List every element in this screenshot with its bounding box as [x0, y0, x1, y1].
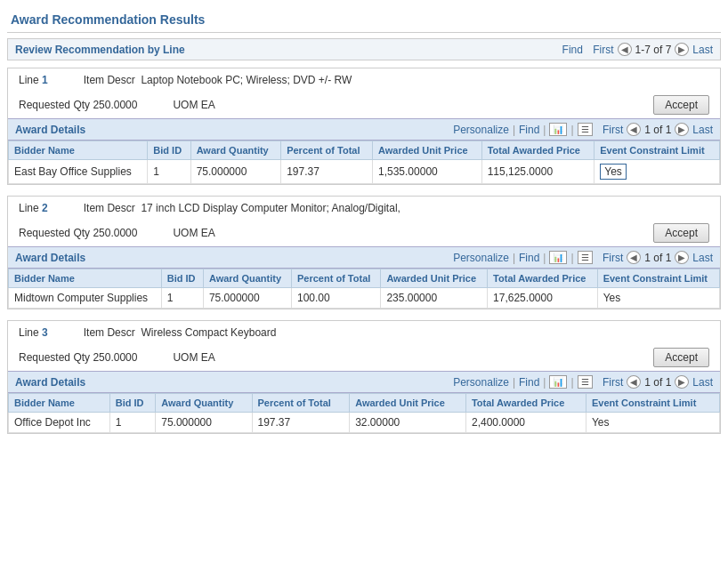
cell-total-price-1-0: 115,125.0000 — [481, 160, 595, 184]
top-nav-controls: Find First ◀ 1-7 of 7 ▶ Last — [562, 43, 713, 56]
award-find-3[interactable]: Find — [519, 376, 539, 389]
line-text: Line — [19, 202, 39, 214]
col-header-3-2: Award Quantity — [156, 394, 252, 413]
top-nav-next-arrow[interactable]: ▶ — [675, 43, 689, 56]
line-info-1: Line 1 Item Descr Laptop Notebook PC; Wi… — [8, 68, 720, 92]
bar-icon-2[interactable]: ☰ — [578, 251, 593, 264]
cell-award-qty-1-0: 75.000000 — [190, 160, 281, 184]
award-personalize-3[interactable]: Personalize — [453, 376, 509, 389]
col-header-3-6: Event Constraint Limit — [586, 394, 719, 413]
req-qty-label-2: Requested Qty 250.0000 — [19, 227, 137, 239]
award-last-2[interactable]: Last — [692, 252, 713, 264]
cell-percent-total-3-0: 197.37 — [252, 413, 350, 433]
col-header-1-6: Event Constraint Limit — [595, 141, 720, 160]
req-info-3: Requested Qty 250.0000 UOM EA — [19, 351, 215, 364]
line-num-3: 3 — [42, 326, 48, 339]
cell-percent-total-2-0: 100.00 — [292, 288, 381, 309]
item-descr-value-1: Laptop Notebook PC; Wireless; DVD +/- RW — [141, 74, 352, 86]
col-header-3-5: Total Awarded Price — [465, 394, 586, 413]
award-details-title-2: Award Details — [15, 252, 85, 264]
line-text: Line — [19, 326, 39, 339]
top-nav-find[interactable]: Find — [562, 44, 583, 56]
award-last-1[interactable]: Last — [692, 124, 713, 136]
item-descr-row-3: Item Descr Wireless Compact Keyboard — [84, 326, 277, 339]
top-nav-prev-arrow[interactable]: ◀ — [618, 43, 632, 56]
cell-constraint-3-0: Yes — [586, 413, 719, 433]
uom-label-1: UOM EA — [173, 99, 214, 111]
award-first-3[interactable]: First — [603, 376, 623, 389]
award-pagination-1: 1 of 1 — [644, 124, 671, 136]
award-pagination-2: 1 of 1 — [644, 252, 671, 264]
col-header-2-6: Event Constraint Limit — [597, 269, 719, 288]
award-find-2[interactable]: Find — [519, 252, 539, 264]
accept-button-2[interactable]: Accept — [653, 223, 709, 243]
award-details-title-1: Award Details — [15, 124, 85, 136]
grid-icon-2[interactable]: 📊 — [549, 251, 567, 264]
award-table-3: Bidder NameBid IDAward QuantityPercent o… — [8, 393, 720, 433]
col-header-1-4: Awarded Unit Price — [373, 141, 482, 160]
award-next-2[interactable]: ▶ — [675, 251, 689, 264]
accept-button-1[interactable]: Accept — [653, 95, 709, 115]
req-info-2: Requested Qty 250.0000 UOM EA — [19, 227, 215, 239]
cell-unit-price-1-0: 1,535.00000 — [373, 160, 482, 184]
accept-button-3[interactable]: Accept — [653, 348, 709, 367]
uom-label-3: UOM EA — [173, 351, 214, 364]
item-descr-row-1: Item Descr Laptop Notebook PC; Wireless;… — [84, 74, 352, 86]
award-next-3[interactable]: ▶ — [675, 375, 689, 389]
bar-icon-3[interactable]: ☰ — [578, 375, 593, 389]
col-header-3-3: Percent of Total — [252, 394, 350, 413]
award-prev-1[interactable]: ◀ — [627, 123, 641, 136]
award-header-controls-2: Personalize | Find | 📊 | ☰ First ◀ 1 of … — [453, 251, 713, 264]
line-block-1: Line 1 Item Descr Laptop Notebook PC; Wi… — [7, 68, 721, 185]
col-header-3-0: Bidder Name — [9, 394, 110, 413]
req-row-2: Requested Qty 250.0000 UOM EA Accept — [8, 220, 720, 246]
item-descr-label-2: Item Descr — [84, 202, 135, 214]
col-header-2-4: Awarded Unit Price — [381, 269, 488, 288]
req-qty-label-3: Requested Qty 250.0000 — [19, 351, 137, 364]
cell-constraint-1-0: Yes — [595, 160, 720, 184]
cell-award-qty-3-0: 75.000000 — [156, 413, 252, 433]
top-nav-label: Review Recommendation by Line — [15, 44, 185, 56]
cell-percent-total-1-0: 197.37 — [281, 160, 373, 184]
top-nav-last[interactable]: Last — [692, 44, 713, 56]
item-descr-row-2: Item Descr 17 inch LCD Display Computer … — [84, 202, 400, 214]
req-info-1: Requested Qty 250.0000 UOM EA — [19, 99, 215, 111]
cell-bidder-name-3-0: Office Depot Inc — [9, 413, 110, 433]
cell-bidder-name-2-0: Midtown Computer Supplies — [9, 288, 162, 309]
award-find-1[interactable]: Find — [519, 124, 539, 136]
bar-icon-1[interactable]: ☰ — [578, 123, 593, 136]
cell-bid-id-2-0: 1 — [161, 288, 203, 309]
col-header-2-1: Bid ID — [161, 269, 203, 288]
line-text: Line — [19, 74, 39, 86]
award-header-controls-3: Personalize | Find | 📊 | ☰ First ◀ 1 of … — [453, 375, 713, 389]
award-prev-3[interactable]: ◀ — [627, 375, 641, 389]
grid-icon-1[interactable]: 📊 — [549, 123, 567, 136]
award-personalize-2[interactable]: Personalize — [453, 252, 509, 264]
req-row-3: Requested Qty 250.0000 UOM EA Accept — [8, 344, 720, 371]
award-pagination-3: 1 of 1 — [644, 376, 671, 389]
cell-unit-price-3-0: 32.00000 — [350, 413, 466, 433]
award-details-header-1: Award Details Personalize | Find | 📊 | ☰… — [8, 118, 720, 140]
cell-total-price-2-0: 17,625.0000 — [488, 288, 598, 309]
award-personalize-1[interactable]: Personalize — [453, 124, 509, 136]
award-next-1[interactable]: ▶ — [675, 123, 689, 136]
award-last-3[interactable]: Last — [692, 376, 713, 389]
col-header-1-2: Award Quantity — [190, 141, 281, 160]
award-table-1: Bidder NameBid IDAward QuantityPercent o… — [8, 140, 720, 184]
line-info-3: Line 3 Item Descr Wireless Compact Keybo… — [8, 321, 720, 344]
table-row-3-0: Office Depot Inc175.000000197.3732.00000… — [9, 413, 720, 433]
line-label-2: Line 2 — [19, 202, 48, 214]
cell-award-qty-2-0: 75.000000 — [203, 288, 291, 309]
grid-icon-3[interactable]: 📊 — [549, 375, 567, 389]
col-header-2-5: Total Awarded Price — [488, 269, 598, 288]
table-row-1-0: East Bay Office Supplies175.000000197.37… — [9, 160, 720, 184]
award-prev-2[interactable]: ◀ — [627, 251, 641, 264]
col-header-1-5: Total Awarded Price — [481, 141, 595, 160]
req-qty-label-1: Requested Qty 250.0000 — [19, 99, 137, 111]
cell-bid-id-3-0: 1 — [109, 413, 156, 433]
top-nav-first[interactable]: First — [593, 44, 613, 56]
award-first-2[interactable]: First — [603, 252, 623, 264]
col-header-3-4: Awarded Unit Price — [350, 394, 466, 413]
award-first-1[interactable]: First — [603, 124, 623, 136]
cell-unit-price-2-0: 235.00000 — [381, 288, 488, 309]
